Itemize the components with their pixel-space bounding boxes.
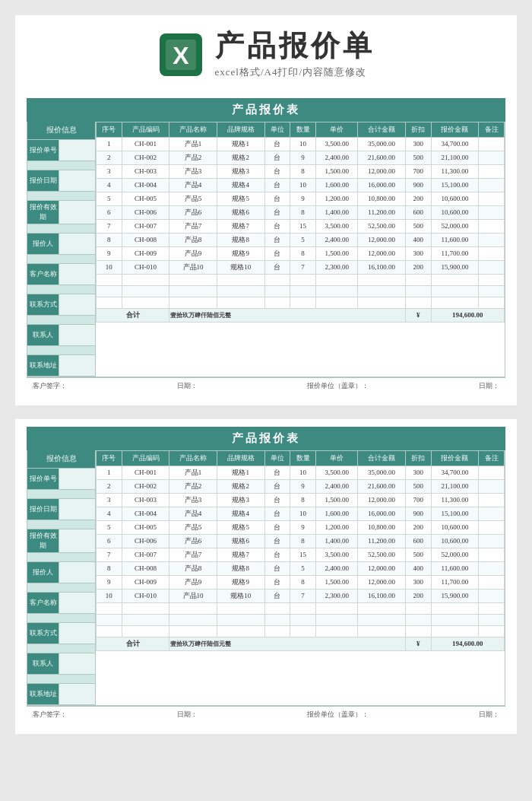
sidebar-value-2-customer[interactable]	[59, 593, 95, 613]
sidebar-value-2-address[interactable]	[59, 684, 95, 704]
table-cell: CH-002	[122, 151, 169, 164]
table-cell: 15,100.00	[431, 507, 479, 520]
main-title: 产品报价单	[215, 30, 375, 62]
sidebar-spacer-7	[27, 346, 95, 355]
table-cell	[479, 561, 505, 575]
th2-name: 产品名称	[169, 450, 217, 466]
table-cell: 12,000.00	[358, 493, 406, 507]
table-cell: 台	[264, 192, 290, 205]
table-cell: CH-004	[122, 178, 169, 192]
table-row: 3CH-003产品3规格3台81,500.0012,000.0070011,30…	[97, 164, 505, 178]
table-cell: 2,400.00	[315, 151, 357, 164]
sidebar-spacer-1	[27, 161, 95, 170]
sidebar-value-2-date[interactable]	[59, 499, 95, 520]
sidebar-value-contact[interactable]	[59, 325, 95, 345]
table-cell: 8	[290, 246, 316, 260]
sidebar-value-quoteno[interactable]	[59, 140, 95, 161]
table-cell: CH-010	[122, 260, 169, 274]
empty-row	[97, 614, 505, 625]
sidebar-label-2-contact: 联系人	[27, 653, 59, 674]
table-cell	[479, 507, 505, 520]
table-cell: 10	[290, 466, 316, 479]
table-cell: 规格3	[217, 164, 264, 178]
table-cell: 200	[405, 192, 431, 205]
table-row: 9CH-009产品9规格9台81,500.0012,000.0030011,70…	[97, 246, 505, 260]
sidebar-value-quoter[interactable]	[59, 234, 95, 254]
table-cell: 9	[290, 479, 316, 493]
table-cell: 300	[405, 137, 431, 151]
sidebar-spacer-5	[27, 285, 95, 294]
sidebar-spacer-4	[27, 255, 95, 264]
th2-code: 产品编码	[122, 450, 169, 466]
th2-note: 备注	[479, 450, 505, 466]
company-date-label: 日期：	[479, 381, 499, 391]
sidebar-value-validity[interactable]	[59, 201, 95, 224]
table-cell: 2,400.00	[315, 479, 357, 493]
signature-row-2: 客户签字： 日期： 报价单位（盖章）： 日期：	[27, 706, 505, 723]
table-cell: 400	[405, 561, 431, 575]
empty-cell	[290, 614, 316, 625]
empty-cell	[97, 274, 122, 285]
table-cell: 1,500.00	[315, 246, 357, 260]
table-cell: 500	[405, 479, 431, 493]
empty-cell	[358, 625, 406, 637]
table-cell: 台	[264, 575, 290, 589]
quote-table-1: 序号 产品编码 产品名称 品牌规格 单位 数量 单价 合计金额 折扣 报价金额 …	[96, 122, 505, 323]
empty-cell	[358, 285, 406, 297]
empty-cell	[431, 614, 479, 625]
sidebar-field-4: 报价人	[27, 234, 95, 255]
th-seq: 序号	[97, 122, 122, 137]
sidebar-value-date[interactable]	[59, 170, 95, 191]
sidebar-field-2-5: 客户名称	[27, 593, 95, 614]
sidebar-label-date: 报价日期	[27, 170, 59, 191]
table-title-1: 产品报价表	[27, 98, 505, 122]
sidebar-2: 报价信息 报价单号 报价日期 报价有效期 报价人 客户名称	[27, 450, 96, 705]
table-cell: 规格9	[217, 575, 264, 589]
sidebar-value-2-contact-way[interactable]	[59, 623, 95, 644]
table-row: 8CH-008产品8规格8台52,400.0012,000.0040011,60…	[97, 233, 505, 246]
sidebar-value-2-contact[interactable]	[59, 653, 95, 674]
sidebar-value-2-validity[interactable]	[59, 529, 95, 552]
table-cell: 16,100.00	[358, 589, 406, 602]
table-cell: 台	[264, 507, 290, 520]
table-cell: CH-006	[122, 205, 169, 219]
table-row: 2CH-002产品2规格2台92,400.0021,600.0050021,10…	[97, 151, 505, 164]
sidebar-label-2-date: 报价日期	[27, 499, 59, 520]
empty-cell	[169, 274, 217, 285]
quote-layout-1: 报价信息 报价单号 报价日期 报价有效期 报价人 客户名称	[27, 122, 505, 377]
table-cell: 规格10	[217, 589, 264, 602]
sidebar-field-2: 报价日期	[27, 170, 95, 192]
table-cell: 16,000.00	[358, 178, 406, 192]
empty-cell	[315, 297, 357, 308]
sidebar-value-contact-way[interactable]	[59, 294, 95, 315]
table-cell: 35,000.00	[358, 466, 406, 479]
sidebar-value-customer[interactable]	[59, 264, 95, 284]
sidebar-value-address[interactable]	[59, 355, 95, 376]
table-cell	[479, 246, 505, 260]
table-cell: 产品6	[169, 534, 217, 548]
company-sign-label-2: 报价单位（盖章）：	[307, 710, 369, 720]
empty-cell	[405, 285, 431, 297]
table-cell: 1,500.00	[315, 493, 357, 507]
table-cell: 1,400.00	[315, 534, 357, 548]
table-cell: 11,700.00	[431, 575, 479, 589]
sidebar-1: 报价信息 报价单号 报价日期 报价有效期 报价人 客户名称	[27, 122, 96, 377]
table-cell: 12,000.00	[358, 233, 406, 246]
table-cell: 台	[264, 561, 290, 575]
total-cell: ¥	[405, 308, 431, 322]
company-date-label-2: 日期：	[479, 710, 499, 720]
table-cell	[479, 219, 505, 233]
table-row: 2CH-002产品2规格2台92,400.0021,600.0050021,10…	[97, 479, 505, 493]
sidebar-value-2-quoteno[interactable]	[59, 469, 95, 489]
sidebar-value-2-quoter[interactable]	[59, 562, 95, 583]
sidebar-field-1: 报价单号	[27, 140, 95, 161]
empty-cell	[405, 625, 431, 637]
total-cell: 合计	[97, 308, 169, 322]
sidebar-label-2-quoter: 报价人	[27, 562, 59, 583]
sidebar-field-8: 联系地址	[27, 355, 95, 377]
table-row: 5CH-005产品5规格5台91,200.0010,800.0020010,60…	[97, 520, 505, 534]
table-cell: 15,900.00	[431, 260, 479, 274]
table-cell: CH-005	[122, 192, 169, 205]
table-cell: 500	[405, 548, 431, 561]
table-cell: 10	[97, 260, 122, 274]
